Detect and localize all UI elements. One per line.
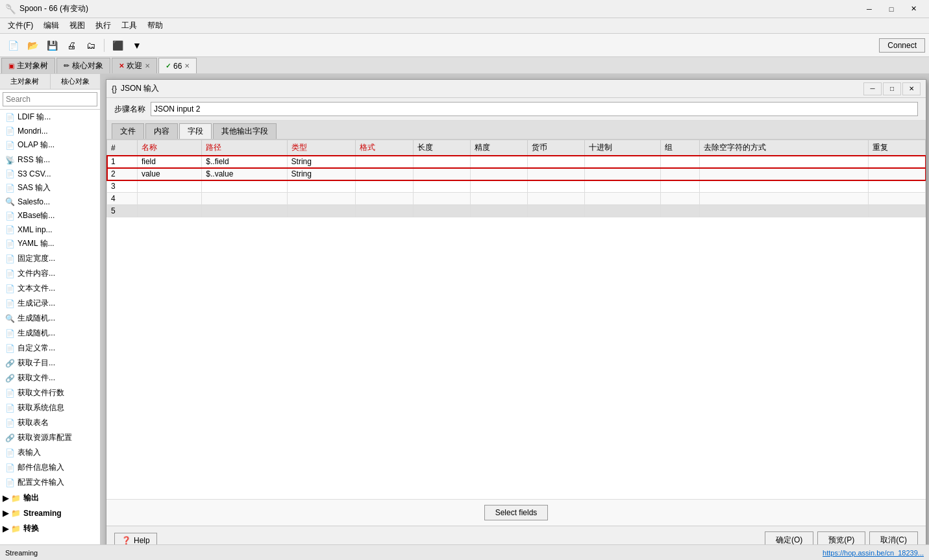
cell-precision xyxy=(470,205,527,217)
list-item[interactable]: 📄 自定义常... xyxy=(0,341,100,356)
list-item[interactable]: 📄 SAS 输入 xyxy=(0,180,100,195)
select-fields-button[interactable]: Select fields xyxy=(484,505,549,520)
list-item[interactable]: 📄 YAML 输... xyxy=(0,236,100,251)
cell-trim xyxy=(699,180,868,193)
sidebar-tab-core[interactable]: 核心对象 xyxy=(51,74,101,89)
status-url[interactable]: https://hop.assin.be/cn_18239... xyxy=(823,549,924,557)
json-input-dialog: {} JSON 输入 ─ □ ✕ 步骤名称 文件 内容 字段 其他输出字段 xyxy=(106,79,926,555)
tab-welcome[interactable]: ✕ 欢迎 ✕ xyxy=(112,58,157,73)
item-icon: 📄 xyxy=(5,299,15,308)
table-row[interactable]: 4 xyxy=(107,193,926,205)
connect-button[interactable]: Connect xyxy=(879,38,925,53)
tab-other-output[interactable]: 其他输出字段 xyxy=(213,123,277,139)
cell-repeat xyxy=(868,180,925,193)
list-item[interactable]: 🔗 获取文件... xyxy=(0,371,100,385)
tab-content[interactable]: 内容 xyxy=(145,123,178,139)
tab-main-objects[interactable]: ▣ 主对象树 xyxy=(1,58,55,73)
dialog-maximize-button[interactable]: □ xyxy=(883,82,901,95)
table-row[interactable]: 1 field $..field String xyxy=(107,156,926,168)
list-item[interactable]: 📄 固定宽度... xyxy=(0,251,100,266)
item-icon: 📄 xyxy=(5,113,15,122)
list-item[interactable]: 📄 LDIF 输... xyxy=(0,110,100,125)
list-item[interactable]: 📄 生成随机... xyxy=(0,326,100,341)
list-item[interactable]: 🔗 获取子目... xyxy=(0,356,100,371)
item-icon: 📄 xyxy=(5,419,15,428)
menu-view[interactable]: 视图 xyxy=(64,19,90,32)
list-item[interactable]: 📄 OLAP 输... xyxy=(0,138,100,152)
maximize-button[interactable]: □ xyxy=(881,2,902,16)
group-expand-icon: ▶ xyxy=(3,494,8,503)
toolbar-layers[interactable]: ⬛ xyxy=(108,37,127,54)
cell-currency xyxy=(528,156,585,168)
list-item[interactable]: 📄 邮件信息输入 xyxy=(0,460,100,475)
toolbar-open[interactable]: 📂 xyxy=(23,37,42,54)
list-item[interactable]: 📄 Mondri... xyxy=(0,125,100,138)
col-decimal: 十进制 xyxy=(585,140,661,156)
tab-main-objects-label: 主对象树 xyxy=(17,60,48,71)
list-item[interactable]: 📄 生成记录... xyxy=(0,296,100,311)
table-row[interactable]: 2 value $..value String xyxy=(107,168,926,180)
tab-66-close[interactable]: ✕ xyxy=(184,62,190,69)
item-label: 获取系统信息 xyxy=(18,402,64,413)
sidebar-group-convert[interactable]: ▶ 📁 转换 xyxy=(0,520,100,537)
list-item[interactable]: 📄 XML inp... xyxy=(0,223,100,236)
cell-currency xyxy=(528,193,585,205)
tab-file[interactable]: 文件 xyxy=(112,123,144,139)
list-item[interactable]: 📄 文本文件... xyxy=(0,281,100,296)
list-item[interactable]: 🔍 生成随机... xyxy=(0,311,100,326)
sidebar-group-output[interactable]: ▶ 📁 输出 xyxy=(0,490,100,506)
list-item[interactable]: 📄 S3 CSV... xyxy=(0,167,100,180)
close-button[interactable]: ✕ xyxy=(903,2,924,16)
list-item[interactable]: 📄 XBase输... xyxy=(0,208,100,223)
list-item[interactable]: 📄 配置文件输入 xyxy=(0,475,100,490)
menu-tools[interactable]: 工具 xyxy=(116,19,142,32)
cell-length xyxy=(413,193,470,205)
sidebar-group-streaming[interactable]: ▶ 📁 Streaming xyxy=(0,506,100,520)
table-row[interactable]: 5 xyxy=(107,205,926,217)
item-icon: 🔗 xyxy=(5,359,15,368)
toolbar-print[interactable]: 🗂 xyxy=(82,37,100,54)
list-item[interactable]: 🔍 Salesfo... xyxy=(0,195,100,208)
tab-66[interactable]: ✓ 66 ✕ xyxy=(158,58,197,73)
cell-currency xyxy=(528,205,585,217)
tab-core-objects[interactable]: ✏ 核心对象 xyxy=(56,58,110,73)
tab-welcome-close[interactable]: ✕ xyxy=(145,62,150,69)
cell-path xyxy=(202,205,287,217)
menu-edit[interactable]: 编辑 xyxy=(38,19,64,32)
toolbar-layers2[interactable]: ▼ xyxy=(128,37,146,54)
list-item[interactable]: 📄 获取文件行数 xyxy=(0,385,100,400)
sidebar-tab-bar: 主对象树 核心对象 xyxy=(0,74,100,90)
item-icon: 📄 xyxy=(5,184,15,193)
item-label: XBase输... xyxy=(18,210,55,221)
toolbar-save[interactable]: 💾 xyxy=(43,37,61,54)
menu-file[interactable]: 文件(F) xyxy=(3,19,38,32)
list-item[interactable]: 📄 文件内容... xyxy=(0,266,100,281)
list-item[interactable]: 🔗 获取资源库配置 xyxy=(0,430,100,445)
item-label: 生成随机... xyxy=(18,328,55,339)
sidebar-tab-main[interactable]: 主对象树 xyxy=(0,74,51,89)
table-row[interactable]: 3 xyxy=(107,180,926,193)
toolbar-new[interactable]: 📄 xyxy=(4,37,22,54)
title-bar: 🥄 Spoon - 66 (有变动) ─ □ ✕ xyxy=(0,0,929,18)
list-item[interactable]: 📄 表输入 xyxy=(0,445,100,460)
menu-help[interactable]: 帮助 xyxy=(142,19,168,32)
menu-execute[interactable]: 执行 xyxy=(90,19,116,32)
cell-repeat xyxy=(868,205,925,217)
list-item[interactable]: 📄 获取表名 xyxy=(0,415,100,430)
cell-precision xyxy=(470,180,527,193)
dialog-close-button[interactable]: ✕ xyxy=(902,82,921,95)
item-label: 生成记录... xyxy=(18,298,55,309)
toolbar-saveas[interactable]: 🖨 xyxy=(62,37,81,54)
minimize-button[interactable]: ─ xyxy=(859,2,880,16)
item-icon: 📄 xyxy=(5,225,15,234)
window-title: Spoon - 66 (有变动) xyxy=(19,3,859,14)
tab-fields[interactable]: 字段 xyxy=(179,123,212,139)
dialog-minimize-button[interactable]: ─ xyxy=(863,82,882,95)
item-label: 表输入 xyxy=(18,447,41,458)
step-name-input[interactable] xyxy=(151,102,918,116)
list-item[interactable]: 📄 获取系统信息 xyxy=(0,400,100,415)
sidebar-list: 📄 LDIF 输... 📄 Mondri... 📄 OLAP 输... 📡 RS… xyxy=(0,110,100,557)
list-item[interactable]: 📡 RSS 输... xyxy=(0,152,100,167)
group-folder-icon: 📁 xyxy=(11,524,21,533)
search-input[interactable] xyxy=(3,92,97,106)
